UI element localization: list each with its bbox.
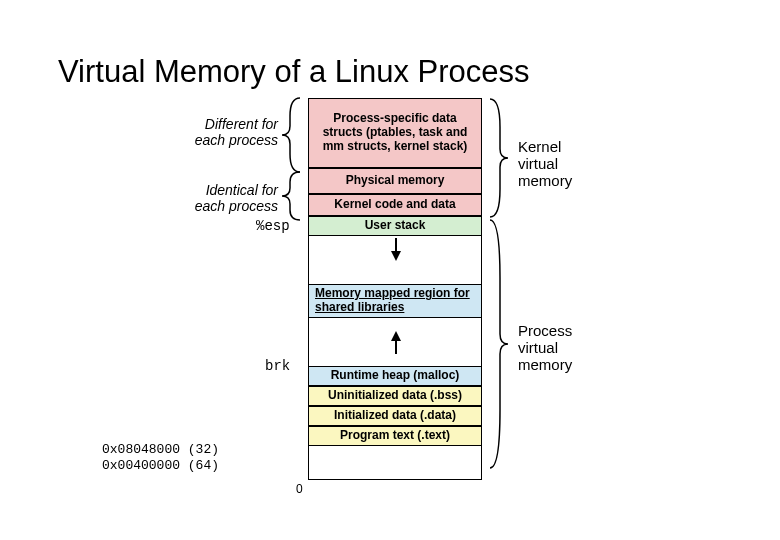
brace-pvm-icon [486, 218, 512, 470]
seg-text: Program text (.text) [308, 426, 482, 446]
brace-kvm-icon [486, 97, 512, 219]
brace-different-icon [280, 96, 306, 174]
gap-heap [308, 318, 482, 366]
label-brk: brk [265, 358, 290, 374]
seg-kernel-code: Kernel code and data [308, 194, 482, 216]
brace-identical-icon [280, 170, 306, 222]
label-esp: %esp [256, 218, 290, 234]
memory-diagram: Process-specific data structs (ptables, … [0, 90, 780, 520]
seg-bss: Uninitialized data (.bss) [308, 386, 482, 406]
seg-data: Initialized data (.data) [308, 406, 482, 426]
seg-mmap-text: Memory mapped region for shared librarie… [315, 287, 477, 315]
seg-user-stack: User stack [308, 216, 482, 236]
seg-heap: Runtime heap (malloc) [308, 366, 482, 386]
label-addr64: 0x00400000 (64) [102, 458, 219, 473]
page-title: Virtual Memory of a Linux Process [58, 54, 530, 90]
seg-mmap: Memory mapped region for shared librarie… [308, 284, 482, 318]
gap-bottom [308, 446, 482, 480]
label-pvm: Process virtual memory [518, 322, 598, 373]
label-identical: Identical for each process [178, 182, 278, 214]
label-different: Different for each process [178, 116, 278, 148]
label-kvm: Kernel virtual memory [518, 138, 598, 189]
seg-physical-memory: Physical memory [308, 168, 482, 194]
gap-stack [308, 236, 482, 284]
seg-process-specific: Process-specific data structs (ptables, … [308, 98, 482, 168]
label-zero: 0 [296, 482, 303, 496]
label-addr32: 0x08048000 (32) [102, 442, 219, 457]
